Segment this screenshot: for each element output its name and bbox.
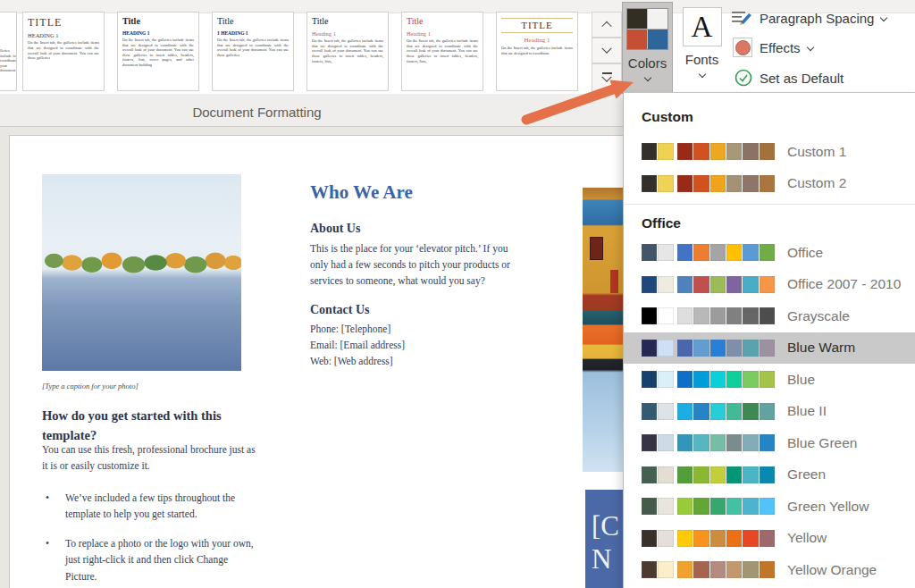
palette-swatch [710,466,726,483]
palette-swatch [743,340,758,357]
palette-swatch [642,403,657,420]
palette-swatch [760,307,775,324]
palette-swatch [710,561,726,578]
menu-separator [624,204,915,205]
effects-button[interactable]: Effects [733,38,813,57]
thumbnail-body: On the Insert tab, the galleries include… [407,38,478,63]
theme-option-blue-ii[interactable]: Blue II [624,396,915,428]
theme-option-custom-2[interactable]: Custom 2 [624,168,915,200]
palette-swatch [710,143,726,160]
fonts-button[interactable]: A Fonts [676,2,727,94]
palette-swatch [726,340,742,357]
style-thumbnail-partial[interactable]: lleries include to coordinate your docum… [0,12,17,91]
effects-icon [733,38,752,57]
theme-name: Custom 2 [787,175,846,191]
theme-option-office-2007-2010[interactable]: Office 2007 - 2010 [624,269,915,301]
theme-option-grayscale[interactable]: Grayscale [624,300,915,332]
gallery-scroll-down-button[interactable] [592,38,622,63]
palette-swatch [642,561,657,578]
thumbnail-body: On the Insert tab, the galleries include… [122,38,194,68]
theme-option-yellow-orange[interactable]: Yellow Orange [624,554,915,586]
who-we-are-title[interactable]: Who We Are [310,181,413,204]
photo-caption[interactable]: [Type a caption for your photo] [42,382,139,391]
palette-swatch [710,307,726,324]
kayaks-photo[interactable] [583,188,623,472]
set-as-default-label: Set as Default [760,71,844,86]
bullet-list[interactable]: •We’ve included a few tips throughout th… [42,490,256,588]
palette-swatch [743,276,758,293]
theme-option-blue[interactable]: Blue [624,364,915,396]
left-column-intro[interactable]: You can use this fresh, professional bro… [42,441,258,474]
palette-swatch [726,276,742,293]
style-thumbnail[interactable]: TitleHeading 1On the Insert tab, the gal… [401,12,483,91]
theme-palette [642,175,776,192]
palette-swatch [642,498,657,515]
gallery-more-button[interactable] [592,63,622,92]
style-thumbnail[interactable]: TITLEHEADING 1On the Insert tab, the gal… [22,12,105,91]
palette-swatch [726,307,742,324]
palette-swatch [760,340,775,357]
palette-swatch [658,307,673,324]
theme-palette [642,498,776,515]
bullet-item[interactable]: •We’ve included a few tips throughout th… [42,490,256,523]
bullet-glyph: • [42,535,57,584]
palette-swatch [658,561,673,578]
bullet-glyph: • [42,490,57,523]
theme-name: Blue [787,372,815,388]
effects-label: Effects [760,40,801,55]
palette-swatch [693,175,709,192]
style-thumbnail[interactable]: Title1 HEADING 1On the Insert tab, the g… [212,12,294,91]
menu-section-header: Office [624,210,915,237]
colors-button[interactable]: Colors [622,2,673,94]
set-as-default-button[interactable]: Set as Default [735,69,844,87]
theme-name: Office [787,245,823,261]
palette-swatch [677,340,693,357]
lake-photo[interactable] [42,174,241,371]
palette-swatch [760,143,775,160]
palette-swatch [642,143,657,160]
palette-swatch [658,403,673,420]
theme-palette [642,530,776,547]
palette-swatch [677,561,693,578]
contact-us-heading[interactable]: Contact Us [310,303,370,317]
theme-palette [642,371,776,388]
about-us-body[interactable]: This is the place for your ‘elevator pit… [310,240,520,289]
theme-name: Blue Warm [787,340,855,356]
contact-line[interactable]: Email: [Email address] [310,337,520,353]
palette-swatch [760,498,775,515]
contact-lines[interactable]: Phone: [Telephone]Email: [Email address]… [310,321,520,369]
theme-name: Yellow Orange [787,562,877,578]
theme-palette [642,561,776,578]
contact-line[interactable]: Phone: [Telephone] [310,321,520,337]
style-thumbnail[interactable]: TITLEHeading 1On the Insert tab, the gal… [496,12,578,91]
theme-option-office[interactable]: Office [624,237,915,269]
theme-palette [642,466,776,483]
gallery-scroll-up-button[interactable] [592,12,622,38]
theme-palette [642,340,776,357]
theme-option-green[interactable]: Green [624,459,915,491]
bullet-item[interactable]: •To replace a photo or the logo with you… [42,535,256,584]
style-thumbnail[interactable]: TitleHeading 1On the Insert tab, the gal… [306,12,389,91]
thumbnail-rule [501,18,573,19]
about-us-heading[interactable]: About Us [310,222,360,236]
palette-swatch [726,143,742,160]
style-thumbnail[interactable]: TitleHEADING 1On the Insert tab, the gal… [117,12,199,91]
palette-swatch [677,143,693,160]
palette-swatch [743,143,758,160]
theme-option-yellow[interactable]: Yellow [624,523,915,555]
theme-option-green-yellow[interactable]: Green Yellow [624,491,915,523]
palette-swatch [658,276,673,293]
theme-option-blue-green[interactable]: Blue Green [624,427,915,459]
theme-option-custom-1[interactable]: Custom 1 [624,136,915,168]
paragraph-spacing-button[interactable]: Paragraph Spacing [732,10,886,26]
contact-line[interactable]: Web: [Web address] [310,353,520,369]
theme-option-blue-warm[interactable]: Blue Warm [624,332,915,365]
palette-swatch [760,466,775,483]
palette-swatch [693,466,709,483]
left-column-heading[interactable]: How do you get started with this templat… [42,407,261,446]
palette-swatch [642,175,657,192]
palette-swatch [658,498,673,515]
theme-name: Grayscale [787,308,850,324]
palette-swatch [658,143,673,160]
company-name-placeholder[interactable]: [CN [585,490,623,588]
